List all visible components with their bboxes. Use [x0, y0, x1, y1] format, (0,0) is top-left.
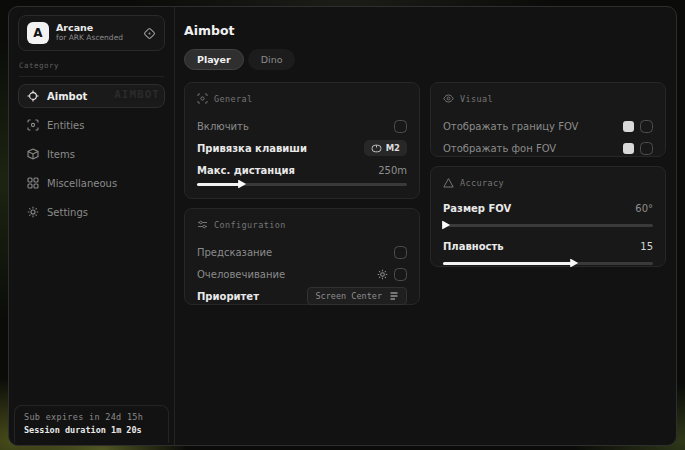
app-window: A Arcane for ARK Ascended Category: [8, 6, 677, 446]
fov-border-checkbox[interactable]: [640, 120, 653, 133]
slider-thumb[interactable]: [570, 259, 578, 268]
brand-logo: A: [27, 22, 49, 44]
keybind-label: Привязка клавиши: [197, 143, 307, 154]
mouse-icon: [371, 144, 382, 153]
crosshair-icon: [27, 90, 39, 102]
sub-expires-text: Sub expires in 24d 15h: [24, 412, 159, 422]
panel-title: Visual: [460, 94, 493, 104]
tab-dino[interactable]: Dino: [248, 49, 296, 70]
priority-value: Screen Center: [315, 291, 382, 301]
panel-general: General Включить Привязка клавиши: [184, 82, 420, 199]
keybind-button[interactable]: M2: [364, 140, 407, 156]
gear-icon: [27, 206, 39, 218]
fov-bg-checkbox[interactable]: [640, 142, 653, 155]
sidebar-item-settings[interactable]: Settings: [18, 200, 165, 224]
keybind-value: M2: [386, 143, 400, 153]
smoothness-label: Плавность: [443, 241, 504, 252]
sidebar-item-label: Aimbot: [47, 91, 87, 102]
sidebar-item-label: Entities: [47, 120, 84, 131]
distance-slider[interactable]: [197, 178, 407, 190]
target-brackets-icon: [197, 93, 208, 104]
fov-bg-label: Отображать фон FOV: [443, 143, 556, 154]
sidebar-nav: Aimbot AIMBOT Entities: [18, 84, 165, 229]
panel-visual: Visual Отображать границу FOV Отображать…: [430, 82, 666, 157]
humanization-checkbox[interactable]: [394, 268, 407, 281]
grid-icon: [27, 177, 39, 189]
sidebar-item-label: Miscellaneous: [47, 178, 117, 189]
panel-configuration: Configuration Предсказание Очеловечивани…: [184, 208, 420, 305]
priority-label: Приоритет: [197, 291, 259, 302]
distance-label: Макс. дистанция: [197, 165, 295, 176]
sidebar: A Arcane for ARK Ascended Category: [9, 7, 175, 445]
category-label: Category: [19, 61, 164, 77]
slider-thumb[interactable]: [442, 221, 450, 230]
list-icon: [389, 291, 399, 301]
session-footer: Sub expires in 24d 15h Session duration …: [14, 405, 169, 443]
fov-border-color-swatch[interactable]: [623, 121, 634, 132]
panel-accuracy: Accuracy Размер FOV 60° П: [430, 166, 666, 267]
smoothness-value: 15: [640, 241, 653, 252]
humanization-label: Очеловечивание: [197, 269, 285, 280]
sidebar-item-label: Settings: [47, 207, 88, 218]
scan-icon: [27, 119, 39, 131]
main-content: Aimbot Player Dino General: [175, 7, 676, 445]
panel-title: General: [214, 94, 253, 104]
prediction-checkbox[interactable]: [394, 246, 407, 259]
fov-bg-color-swatch[interactable]: [623, 143, 634, 154]
session-duration-text: Session duration 1m 20s: [24, 425, 159, 435]
box-icon: [27, 148, 39, 160]
eye-icon: [443, 93, 454, 104]
fov-border-label: Отображать границу FOV: [443, 121, 578, 132]
sidebar-item-aimbot[interactable]: Aimbot AIMBOT: [18, 84, 165, 108]
active-item-watermark: AIMBOT: [114, 88, 160, 101]
gear-icon[interactable]: [377, 269, 388, 280]
enable-label: Включить: [197, 121, 249, 132]
sidebar-item-label: Items: [47, 149, 75, 160]
brand-card: A Arcane for ARK Ascended: [18, 15, 165, 51]
enable-checkbox[interactable]: [394, 120, 407, 133]
brand-subtitle: for ARK Ascended: [56, 34, 136, 43]
slider-thumb[interactable]: [238, 180, 246, 189]
sidebar-item-items[interactable]: Items: [18, 142, 165, 166]
fov-size-label: Размер FOV: [443, 203, 511, 214]
sidebar-item-miscellaneous[interactable]: Miscellaneous: [18, 171, 165, 195]
page-title: Aimbot: [184, 23, 666, 38]
sliders-icon: [197, 219, 208, 230]
smoothness-slider[interactable]: [443, 257, 653, 269]
panel-title: Accuracy: [460, 178, 504, 188]
panel-title: Configuration: [214, 220, 286, 230]
sidebar-item-entities[interactable]: Entities: [18, 113, 165, 137]
fov-size-value: 60°: [635, 203, 653, 214]
distance-value: 250m: [378, 165, 407, 176]
priority-dropdown[interactable]: Screen Center: [307, 287, 407, 305]
triangle-icon: [443, 177, 454, 188]
tab-bar: Player Dino: [184, 49, 666, 70]
fov-size-slider[interactable]: [443, 219, 653, 231]
target-diamond-icon[interactable]: [143, 27, 156, 40]
tab-player[interactable]: Player: [184, 49, 244, 70]
prediction-label: Предсказание: [197, 247, 272, 258]
